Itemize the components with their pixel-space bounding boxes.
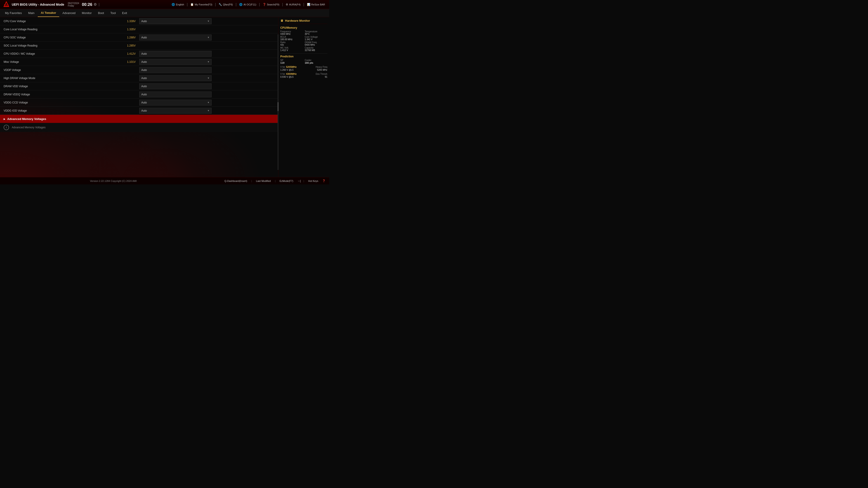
toolbar-area: 🌐 English | 📋 My Favorite(F3) | 🔧 Qfan(F… (100, 2, 327, 6)
row-value-soc-local-voltage: 1.285V (112, 44, 139, 47)
day-display: Friday (68, 4, 74, 7)
vddg-ccd-dropdown[interactable]: Auto ▼ (139, 100, 212, 105)
freq-4300-label: 4300MHz (286, 72, 297, 75)
dropdown-value: Auto (141, 68, 147, 72)
time-display: 00:26 (82, 2, 92, 6)
bottom-actions: Q-Dashboard(Insert) | Last Modified | Ez… (223, 179, 326, 183)
cpu-vddio-dropdown[interactable]: Auto (139, 51, 212, 57)
cpu-memory-grid: Frequency 4300 MHz Temperature 30°C BCLK… (280, 30, 327, 52)
aura-button[interactable]: ⚙ AURA(F4) (284, 2, 302, 6)
row-control-cpu-vddio: Auto (139, 51, 275, 57)
cpu-soc-voltage-dropdown[interactable]: Auto ▼ (139, 35, 212, 40)
date-display: 09/27/2024 (68, 2, 79, 4)
last-modified-button[interactable]: Last Modified (255, 179, 272, 183)
row-control-cpu-core-voltage: Auto ▼ (139, 18, 275, 24)
hardware-monitor-panel: 🖥 Hardware Monitor CPU/Memory Frequency … (278, 17, 329, 177)
resizebar-button[interactable]: 📊 ReSize BAR (306, 2, 327, 6)
hw-field-dram-freq: DRAM Freq. 6400 MHz (305, 41, 327, 46)
logo-area: ROG UEFI BIOS Utility - Advanced Mode (3, 1, 64, 8)
monitor-icon: 🖥 (280, 19, 283, 22)
hw-field-bclk: BCLK 100.00 MHz (280, 36, 303, 41)
ai-oc-button[interactable]: 🌐 AI OC(F11) (238, 2, 257, 6)
separator-6: | (282, 2, 283, 6)
qfan-button[interactable]: 🔧 Qfan(F6) (217, 2, 234, 6)
dropdown-value: Auto (141, 60, 147, 64)
sidebar-item-my-favorites[interactable]: My Favorites (2, 9, 25, 17)
sidebar-item-boot[interactable]: Boot (95, 9, 107, 17)
chevron-down-icon: ▼ (207, 77, 210, 79)
separator-1: | (98, 2, 99, 6)
hw-divider (280, 53, 327, 54)
hot-keys-button[interactable]: Hot Keys (307, 179, 320, 183)
row-label-misc-voltage: Misc Voltage (4, 60, 112, 64)
resizebar-label: ReSize BAR (311, 3, 325, 6)
ezmode-arrow-icon: →| (297, 180, 301, 183)
prediction-title: Prediction (280, 55, 327, 58)
search-icon: ❓ (263, 3, 266, 6)
vddp-voltage-dropdown[interactable]: Auto (139, 67, 212, 73)
scroll-indicator (278, 34, 278, 170)
globe-icon: 🌐 (172, 3, 175, 6)
pred-field-cooler: Cooler 166 pts (305, 59, 327, 64)
dram-vdd-dropdown[interactable]: Auto (139, 84, 212, 89)
hw-field-core-voltage: Core Voltage 1.341 V (305, 36, 327, 41)
misc-voltage-dropdown[interactable]: Auto ▼ (139, 59, 212, 65)
dropdown-value: Auto (141, 109, 147, 112)
english-button[interactable]: 🌐 English (170, 2, 185, 6)
my-favorite-button[interactable]: 📋 My Favorite(F3) (189, 2, 214, 6)
hw-field-ratio: Ratio 43x (280, 41, 303, 46)
search-button[interactable]: ❓ Search(F9) (261, 2, 281, 6)
v-for-text-2: V for (280, 73, 285, 75)
info-row: i Advanced Memory Voltages (0, 123, 278, 132)
hardware-monitor-title: 🖥 Hardware Monitor (280, 19, 327, 24)
vddg-iod-dropdown[interactable]: Auto ▼ (139, 108, 212, 113)
row-value-cpu-vddio: 1.412V (112, 52, 139, 55)
separator-5: | (259, 2, 260, 6)
sidebar-item-main[interactable]: Main (25, 9, 37, 17)
row-control-cpu-soc-voltage: Auto ▼ (139, 35, 275, 40)
sidebar-item-advanced[interactable]: Advanced (59, 9, 79, 17)
row-label-dram-vdd: DRAM VDD Voltage (4, 85, 112, 88)
settings-button[interactable]: ⚙ (92, 2, 98, 7)
top-bar: ROG UEFI BIOS Utility - Advanced Mode 09… (0, 0, 329, 9)
table-row: CPU VDDIO / MC Voltage 1.412V Auto (0, 50, 278, 58)
chevron-down-icon: ▼ (207, 20, 210, 22)
separator-3: | (215, 2, 216, 6)
q-dashboard-button[interactable]: Q-Dashboard(Insert) (223, 179, 249, 183)
sidebar-item-tool[interactable]: Tool (107, 9, 119, 17)
sidebar-item-monitor[interactable]: Monitor (79, 9, 95, 17)
row-value-cpu-core-voltage: 1.339V (112, 20, 139, 23)
bottom-sep-2: | (275, 180, 276, 182)
section-expand-label: Advanced Memory Voltages (7, 117, 46, 121)
sidebar-item-ai-tweaker[interactable]: Ai Tweaker (38, 9, 59, 17)
chevron-down-icon: ▼ (207, 101, 210, 104)
app-title: UEFI BIOS Utility - Advanced Mode (12, 3, 64, 6)
dropdown-value: Auto (141, 52, 147, 55)
row-control-vddg-iod: Auto ▼ (139, 108, 275, 113)
dropdown-value: Auto (141, 20, 147, 23)
content-scroll[interactable]: CPU Core Voltage 1.339V Auto ▼ Core Loca… (0, 17, 278, 177)
separator-4: | (236, 2, 237, 6)
row-control-vddp-voltage: Auto (139, 67, 275, 73)
rog-logo-icon: ROG (3, 1, 10, 8)
high-dram-voltage-dropdown[interactable]: Auto ▼ (139, 75, 212, 81)
table-row: DRAM VDD Voltage Auto (0, 82, 278, 90)
bottom-sep-3: | (304, 180, 304, 182)
dropdown-value: Auto (141, 36, 147, 39)
ezmode-button[interactable]: EzMode(F7) (278, 179, 295, 183)
cpu-core-voltage-dropdown[interactable]: Auto ▼ (139, 18, 212, 24)
table-row: VDDG CCD Voltage Auto ▼ (0, 98, 278, 107)
row-control-dram-vdd: Auto (139, 84, 275, 89)
dram-vddq-dropdown[interactable]: Auto (139, 92, 212, 97)
advanced-memory-voltages-section[interactable]: ▶ Advanced Memory Voltages (0, 115, 278, 123)
sidebar-item-exit[interactable]: Exit (119, 9, 130, 17)
dropdown-value: Auto (141, 101, 147, 104)
favorite-icon: 📋 (190, 3, 194, 6)
pred-freq-section-1: V for 5205MHz Heavy Freq 1.260 V @L5 520… (280, 66, 327, 71)
aura-icon: ⚙ (286, 3, 288, 6)
hw-field-temperature: Temperature 30°C (305, 30, 327, 35)
info-icon: i (4, 125, 9, 130)
heavy-freq-label: Heavy Freq (315, 66, 327, 68)
table-row: Misc Voltage 1.101V Auto ▼ (0, 58, 278, 66)
pred-volt-row-1: 1.260 V @L5 5205 MHz (280, 69, 327, 71)
